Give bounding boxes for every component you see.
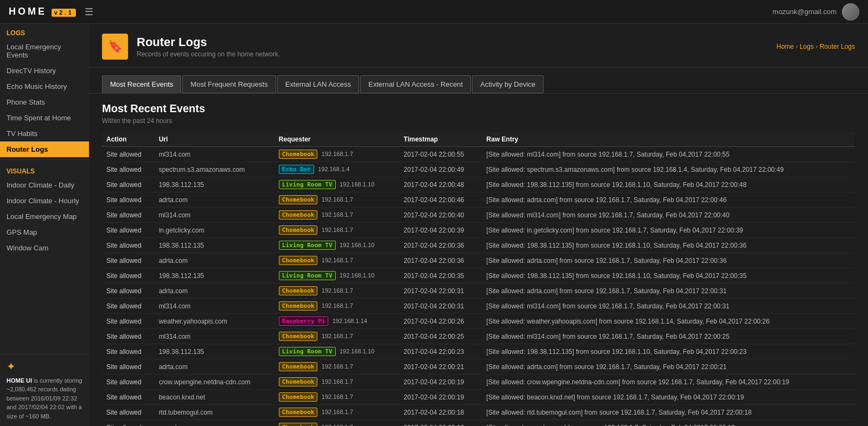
tab-most-recent[interactable]: Most Recent Events [102,75,181,93]
cell-action: Site allowed [102,359,155,375]
topbar-left: HOME v2.1 ☰ [9,6,93,18]
sidebar-item-local-emergency-map[interactable]: Local Emergency Map [0,209,89,224]
router-logs-table: Action Url Requester Timestmap Raw Entry… [102,132,855,426]
sidebar-item-gps-map[interactable]: GPS Map [0,224,89,240]
cell-url: rtd.tubemogul.com [155,405,275,420]
cell-url: adrta.com [155,283,275,299]
tab-external-lan-recent[interactable]: External LAN Access - Recent [360,75,471,93]
table-row: Site allowed ml314.com Chomebook 192.168… [102,147,855,162]
device-badge: Chomebook [279,362,318,371]
cell-url: 198.38.112.135 [155,238,275,253]
cell-raw: [Site allowed: 198.38.112.135] from sour… [482,268,855,283]
cell-requester: Chomebook 192.168.1.7 [275,420,399,427]
table-row: Site allowed spectrum.s3.amazonaws.com E… [102,162,855,177]
cell-requester: Raspberry Pi 192.168.1.14 [275,314,399,329]
sidebar-item-window-cam[interactable]: Window Cam [0,240,89,256]
breadcrumb: Home › Logs › Router Logs [776,43,855,50]
cell-timestamp: 2017-02-04 22:00:19 [399,375,482,390]
cell-timestamp: 2017-02-04 22:00:31 [399,299,482,314]
cell-raw: [Site allowed: adrta.com] from source 19… [482,253,855,268]
tab-activity-by-device[interactable]: Activity by Device [472,75,544,93]
cell-raw: [Site allowed: 198.38.112.135] from sour… [482,344,855,359]
avatar[interactable] [842,3,859,21]
cell-raw: [Site allowed: adrta.com] from source 19… [482,359,855,375]
cell-timestamp: 2017-02-04 22:00:39 [399,223,482,238]
cell-timestamp: 2017-02-04 22:00:25 [399,329,482,344]
device-badge: Chomebook [279,225,318,235]
col-action: Action [102,132,155,147]
hamburger-icon[interactable]: ☰ [85,6,93,18]
topbar-right: mozunk@gmail.com [773,3,859,21]
sidebar-item-echo-music-history[interactable]: Echo Music History [0,79,89,94]
sidebar-item-phone-stats[interactable]: Phone Stats [0,94,89,110]
cell-timestamp: 2017-02-04 22:00:31 [399,283,482,299]
cell-url: 198.38.112.135 [155,268,275,283]
table-row: Site allowed adrta.com Chomebook 192.168… [102,192,855,208]
cell-requester: Chomebook 192.168.1.7 [275,390,399,405]
tab-external-lan[interactable]: External LAN Access [277,75,359,93]
table-row: Site allowed beacon.krxd.net Chomebook 1… [102,390,855,405]
sidebar-item-directv-history[interactable]: DirecTV History [0,63,89,79]
device-badge: Chomebook [279,408,318,417]
requester-ip: 192.168.1.7 [322,227,353,233]
requester-ip: 192.168.1.7 [322,151,353,157]
cell-action: Site allowed [102,268,155,283]
sidebar-item-local-emergency-events[interactable]: Local Emergency Events [0,39,89,63]
cell-requester: Chomebook 192.168.1.7 [275,375,399,390]
table-row: Site allowed adrta.com Chomebook 192.168… [102,283,855,299]
cell-action: Site allowed [102,344,155,359]
cell-action: Site allowed [102,405,155,420]
page-header: 🔖 Router Logs Records of events occuring… [89,24,868,68]
cell-requester: Chomebook 192.168.1.7 [275,329,399,344]
table-row: Site allowed rtd.tubemogul.com Chomebook… [102,405,855,420]
col-raw: Raw Entry [482,132,855,147]
page-subtitle: Records of events occuring on the home n… [137,50,280,58]
cell-url: ml314.com [155,329,275,344]
section-title: Most Recent Events [102,102,855,115]
cell-timestamp: 2017-02-04 22:00:23 [399,344,482,359]
sidebar-item-indoor-climate-hourly[interactable]: Indoor Climate - Hourly [0,193,89,209]
cell-url: crow.wpengine.netdna-cdn.com [155,375,275,390]
cell-timestamp: 2017-02-04 22:00:49 [399,162,482,177]
sidebar: Logs Local Emergency Events DirecTV Hist… [0,24,89,426]
tabs-bar: Most Recent Events Most Frequent Request… [89,68,868,94]
cell-action: Site allowed [102,314,155,329]
cell-action: Site allowed [102,375,155,390]
cell-raw: [Site allowed: adrta.com] from source 19… [482,283,855,299]
cell-raw: [Site allowed: ml314.com] from source 19… [482,299,855,314]
table-row: Site allowed aa.agkn.com Chomebook 192.1… [102,420,855,427]
cell-raw: [Site allowed: ml314.com] from source 19… [482,147,855,162]
main-layout: Logs Local Emergency Events DirecTV Hist… [0,24,868,426]
requester-ip: 192.168.1.7 [322,211,353,218]
requester-ip: 192.168.1.7 [322,409,353,415]
cell-requester: Living Room TV 192.168.1.10 [275,268,399,283]
sidebar-item-tv-habits[interactable]: TV Habits [0,126,89,141]
sidebar-section-visuals: Visuals [0,162,89,177]
cell-action: Site allowed [102,253,155,268]
requester-ip: 192.168.1.7 [322,378,353,385]
cell-requester: Chomebook 192.168.1.7 [275,283,399,299]
cell-raw: [Site allowed: beacon.krxd.net] from sou… [482,390,855,405]
sidebar-item-time-spent-home[interactable]: Time Spent at Home [0,110,89,126]
breadcrumb-home[interactable]: Home [776,43,794,50]
device-badge: Living Room TV [279,347,336,356]
cell-timestamp: 2017-02-04 22:00:46 [399,192,482,208]
device-badge: Chomebook [279,377,318,386]
tab-most-frequent[interactable]: Most Frequent Requests [182,75,276,93]
breadcrumb-logs[interactable]: Logs [800,43,814,50]
col-url: Url [155,132,275,147]
table-row: Site allowed ml314.com Chomebook 192.168… [102,329,855,344]
sidebar-item-router-logs[interactable]: Router Logs [0,141,89,157]
app-logo: HOME v2.1 [9,6,76,17]
table-row: Site allowed ml314.com Chomebook 192.168… [102,208,855,223]
cell-requester: Chomebook 192.168.1.7 [275,405,399,420]
cell-timestamp: 2017-02-04 22:00:19 [399,390,482,405]
cell-requester: Living Room TV 192.168.1.10 [275,238,399,253]
sidebar-item-indoor-climate-daily[interactable]: Indoor Climate - Daily [0,177,89,193]
avatar-image [842,3,859,21]
page-header-left: 🔖 Router Logs Records of events occuring… [102,34,280,60]
sidebar-footer-text: HOME UI is currently storing ~2,080,462 … [7,376,82,421]
cell-raw: [Site allowed: adrta.com] from source 19… [482,192,855,208]
requester-ip: 192.168.1.10 [340,181,374,188]
cell-url: ml314.com [155,299,275,314]
